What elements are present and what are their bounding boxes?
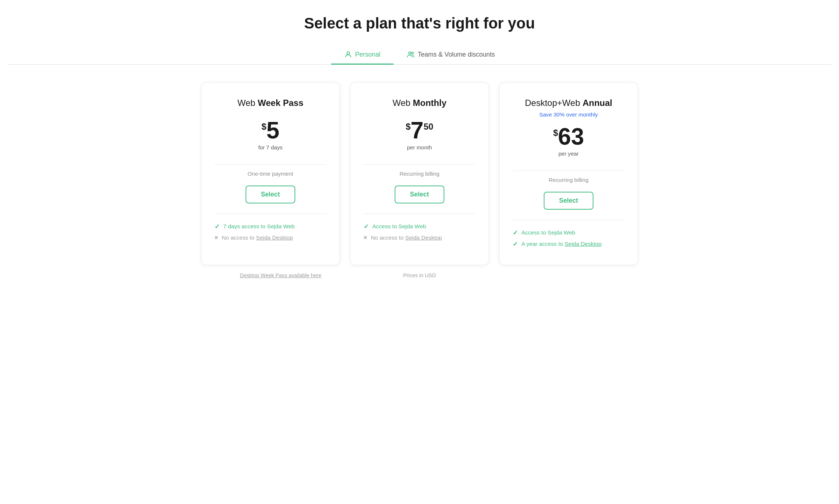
feature-text-2-2: No access to Sejda Desktop — [371, 234, 442, 241]
feature-text-3-2: A year access to Sejda Desktop — [521, 241, 601, 247]
desktop-week-pass-link[interactable]: Desktop Week Pass available here — [240, 272, 322, 278]
billing-label-1: One-time payment — [248, 171, 293, 177]
price-cents-2: 50 — [424, 122, 433, 131]
plan-name-bold-2: Monthly — [413, 98, 447, 108]
footer-note-2: Prices in USD — [350, 272, 489, 278]
feature-text-2-1: Access to Sejda Web — [372, 223, 426, 230]
sejda-desktop-link-3[interactable]: Sejda Desktop — [565, 241, 601, 247]
plan-name-bold-3: Annual — [582, 98, 612, 108]
feature-list-2: ✓ Access to Sejda Web × No access to Sej… — [364, 223, 475, 245]
check-icon-3-1: ✓ — [513, 229, 518, 237]
cross-icon-1-2: × — [215, 234, 218, 241]
sejda-desktop-link-2[interactable]: Sejda Desktop — [405, 234, 442, 241]
price-block-3: $ 63 — [553, 125, 584, 148]
tab-personal[interactable]: Personal — [331, 45, 394, 65]
plan-card-web-monthly: Web Monthly $ 7 50 per month Recurring b… — [350, 82, 489, 265]
price-period-2: per month — [407, 144, 432, 150]
check-icon-3-2: ✓ — [513, 240, 518, 248]
footer-notes: Desktop Week Pass available here Prices … — [182, 272, 657, 278]
plan-name-plain-1: Web — [238, 98, 258, 108]
plans-container: Web Week Pass $ 5 for 7 days One-time pa… — [182, 82, 657, 265]
feature-item-1-2: × No access to Sejda Desktop — [215, 234, 326, 241]
price-amount-1: 5 — [266, 119, 280, 142]
feature-item-2-2: × No access to Sejda Desktop — [364, 234, 475, 241]
plan-name-desktop-web-annual: Desktop+Web Annual — [525, 97, 612, 108]
sejda-desktop-link-1[interactable]: Sejda Desktop — [256, 234, 293, 241]
check-icon-2-1: ✓ — [364, 223, 369, 230]
price-dollar-1: $ — [262, 122, 266, 131]
price-period-3: per year — [558, 150, 579, 157]
tab-personal-label: Personal — [355, 51, 380, 58]
plan-name-plain-2: Web — [392, 98, 413, 108]
footer-note-text-1: Desktop Week Pass available here — [240, 272, 322, 278]
features-divider-2 — [364, 214, 475, 214]
feature-list-3: ✓ Access to Sejda Web ✓ A year access to… — [513, 229, 624, 252]
footer-note-1: Desktop Week Pass available here — [211, 272, 350, 278]
feature-text-3-1: Access to Sejda Web — [521, 229, 575, 236]
tab-teams[interactable]: Teams & Volume discounts — [394, 45, 508, 65]
check-icon-1-1: ✓ — [215, 223, 220, 230]
feature-item-3-1: ✓ Access to Sejda Web — [513, 229, 624, 237]
feature-list-1: ✓ 7 days access to Sejda Web × No access… — [215, 223, 326, 245]
price-period-1: for 7 days — [258, 144, 283, 150]
page-title: Select a plan that's right for you — [7, 15, 832, 32]
feature-item-3-2: ✓ A year access to Sejda Desktop — [513, 240, 624, 248]
cross-icon-2-2: × — [364, 234, 367, 241]
select-button-web-week-pass[interactable]: Select — [246, 186, 295, 203]
plan-card-web-week-pass: Web Week Pass $ 5 for 7 days One-time pa… — [201, 82, 340, 265]
plan-save-label-3: Save 30% over monthly — [539, 111, 598, 118]
plan-name-web-monthly: Web Monthly — [392, 97, 447, 108]
divider-3 — [513, 171, 624, 171]
feature-text-1-2: No access to Sejda Desktop — [222, 234, 293, 241]
svg-point-2 — [411, 52, 414, 54]
price-dollar-3: $ — [553, 129, 558, 137]
feature-item-2-1: ✓ Access to Sejda Web — [364, 223, 475, 230]
footer-note-text-2: Prices in USD — [403, 272, 436, 278]
billing-label-2: Recurring billing — [400, 171, 440, 177]
plan-name-plain-3: Desktop+Web — [525, 98, 583, 108]
billing-label-3: Recurring billing — [549, 177, 589, 183]
features-divider-1 — [215, 214, 326, 214]
tab-teams-label: Teams & Volume discounts — [418, 51, 495, 58]
select-button-desktop-web-annual[interactable]: Select — [544, 192, 593, 210]
group-icon — [407, 50, 415, 58]
plan-card-desktop-web-annual: Desktop+Web Annual Save 30% over monthly… — [499, 82, 638, 265]
plan-name-bold-1: Week Pass — [258, 98, 303, 108]
plan-name-web-week-pass: Web Week Pass — [238, 97, 304, 108]
price-amount-3: 63 — [558, 125, 584, 148]
divider-1 — [215, 164, 326, 165]
price-block-1: $ 5 — [262, 119, 280, 142]
price-block-2: $ 7 50 — [406, 119, 433, 142]
feature-text-1-1: 7 days access to Sejda Web — [223, 223, 295, 230]
select-button-web-monthly[interactable]: Select — [395, 186, 444, 203]
divider-2 — [364, 164, 475, 165]
svg-point-1 — [409, 52, 411, 54]
features-divider-3 — [513, 220, 624, 220]
price-dollar-2: $ — [406, 122, 410, 131]
price-amount-2: 7 — [411, 119, 424, 142]
tabs-container: Personal Teams & Volume discounts — [7, 45, 832, 65]
person-icon — [344, 50, 352, 58]
feature-item-1-1: ✓ 7 days access to Sejda Web — [215, 223, 326, 230]
footer-note-3 — [489, 272, 628, 278]
svg-point-0 — [347, 52, 349, 54]
